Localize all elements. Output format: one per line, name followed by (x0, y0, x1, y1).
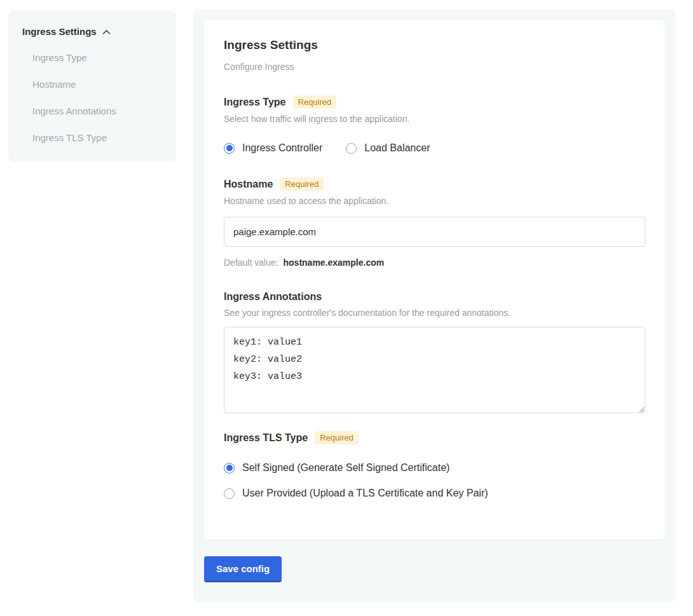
radio-label: Ingress Controller (242, 142, 322, 154)
section-label-hostname: Hostname (224, 179, 273, 190)
radio-label: Self Signed (Generate Self Signed Certif… (242, 462, 449, 474)
radio-option-self-signed[interactable]: Self Signed (Generate Self Signed Certif… (224, 462, 645, 474)
default-value-text: hostname.example.com (284, 257, 385, 268)
config-nav-sidebar: Ingress Settings Ingress Type Hostname I… (8, 11, 176, 161)
annotations-textarea[interactable]: key1: value1 key2: value2 key3: value3 (224, 327, 645, 413)
section-header: Ingress Type Required (224, 95, 645, 109)
default-value-label: Default value: (224, 257, 278, 268)
radio-option-ingress-controller[interactable]: Ingress Controller (224, 142, 322, 154)
radio-label: User Provided (Upload a TLS Certificate … (242, 488, 488, 499)
section-header: Ingress Annotations (224, 291, 645, 303)
radio-icon[interactable] (224, 143, 235, 154)
ingress-settings-card: Ingress Settings Configure Ingress Ingre… (204, 20, 665, 540)
section-label-ingress-tls-type: Ingress TLS Type (224, 432, 308, 444)
tls-type-radio-group: Self Signed (Generate Self Signed Certif… (224, 462, 645, 499)
section-label-ingress-annotations: Ingress Annotations (224, 291, 322, 303)
section-help-ingress-annotations: See your ingress controller's documentat… (224, 308, 645, 318)
sidebar-item-ingress-tls-type[interactable]: Ingress TLS Type (32, 132, 162, 144)
hostname-default-line: Default value: hostname.example.com (224, 257, 645, 268)
page-subtitle: Configure Ingress (224, 62, 645, 72)
hostname-input[interactable] (224, 217, 645, 247)
section-ingress-type: Ingress Type Required Select how traffic… (224, 95, 645, 154)
radio-option-user-provided[interactable]: User Provided (Upload a TLS Certificate … (224, 488, 645, 499)
radio-icon[interactable] (224, 463, 235, 474)
config-panel: Ingress Settings Configure Ingress Ingre… (193, 10, 676, 602)
section-label-ingress-type: Ingress Type (224, 97, 286, 108)
section-help-ingress-type: Select how traffic will ingress to the a… (224, 114, 645, 124)
sidebar-item-list: Ingress Type Hostname Ingress Annotation… (22, 52, 162, 144)
section-ingress-tls-type: Ingress TLS Type Required Self Signed (G… (224, 431, 645, 499)
sidebar-group-ingress-settings[interactable]: Ingress Settings (22, 26, 162, 37)
required-badge: Required (315, 431, 359, 444)
radio-icon[interactable] (346, 143, 357, 154)
radio-option-load-balancer[interactable]: Load Balancer (346, 142, 430, 154)
radio-label: Load Balancer (364, 142, 430, 154)
section-header: Ingress TLS Type Required (224, 431, 645, 444)
page-title: Ingress Settings (224, 38, 645, 52)
save-config-button[interactable]: Save config (204, 556, 282, 581)
chevron-up-icon (102, 29, 111, 35)
sidebar-item-hostname[interactable]: Hostname (32, 79, 162, 90)
required-badge: Required (293, 95, 337, 109)
section-help-hostname: Hostname used to access the application. (224, 196, 645, 206)
section-hostname: Hostname Required Hostname used to acces… (224, 177, 645, 268)
sidebar-group-label: Ingress Settings (22, 26, 97, 37)
section-header: Hostname Required (224, 177, 645, 191)
section-ingress-annotations: Ingress Annotations See your ingress con… (224, 291, 645, 413)
radio-icon[interactable] (224, 488, 235, 499)
required-badge: Required (280, 177, 324, 191)
ingress-type-radio-group: Ingress Controller Load Balancer (224, 142, 645, 154)
sidebar-item-ingress-type[interactable]: Ingress Type (32, 52, 162, 64)
sidebar-item-ingress-annotations[interactable]: Ingress Annotations (32, 106, 162, 117)
